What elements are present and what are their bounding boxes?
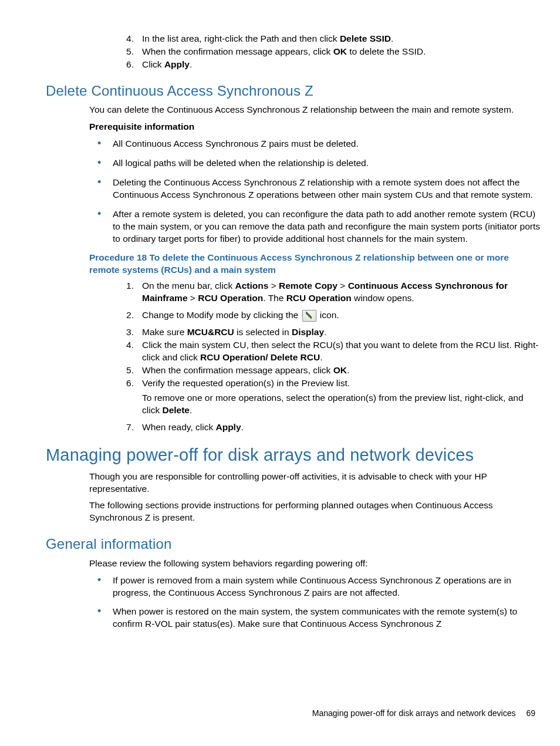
list-number: 2.	[114, 309, 142, 322]
list-item: 4. Click the main system CU, then select…	[114, 339, 540, 364]
intro-continued-list: 4. In the list area, right-click the Pat…	[46, 33, 542, 71]
list-text: Click the main system CU, then select th…	[142, 339, 540, 364]
footer-text: Managing power-off for disk arrays and n…	[312, 708, 516, 718]
list-text: When ready, click Apply.	[142, 421, 540, 434]
list-text: On the menu bar, click Actions > Remote …	[142, 280, 540, 305]
list-number: 5.	[114, 364, 142, 377]
bullet-item: •Deleting the Continuous Access Synchron…	[89, 177, 540, 201]
section-heading-poweroff: Managing power-off for disk arrays and n…	[46, 444, 542, 467]
list-number: 3.	[114, 326, 142, 339]
paragraph: Though you are responsible for controlli…	[89, 471, 540, 495]
list-number: 5.	[114, 46, 142, 58]
bullet-item: •When power is restored on the main syst…	[89, 606, 540, 630]
list-number: 6.	[114, 377, 142, 417]
list-text: Click Apply.	[142, 59, 540, 71]
list-item: 2. Change to Modify mode by clicking the…	[114, 309, 540, 322]
bullet-icon: •	[89, 208, 113, 245]
list-item: 1. On the menu bar, click Actions > Remo…	[114, 280, 540, 305]
bullet-list: •All Continuous Access Synchronous Z pai…	[89, 138, 540, 245]
list-item: 5. When the confirmation message appears…	[114, 364, 540, 377]
prereq-heading: Prerequisite information	[89, 121, 540, 133]
procedure-title: Procedure 18 To delete the Continuous Ac…	[89, 252, 540, 276]
list-item: 5. When the confirmation message appears…	[114, 46, 540, 58]
section-heading-general-info: General information	[46, 535, 542, 553]
page-number: 69	[526, 708, 535, 718]
paragraph: Please review the following system behav…	[89, 558, 540, 570]
list-item: 4. In the list area, right-click the Pat…	[114, 33, 540, 45]
bullet-icon: •	[89, 177, 113, 201]
list-item: 7. When ready, click Apply.	[114, 421, 540, 434]
bullet-icon: •	[89, 138, 113, 150]
list-number: 1.	[114, 280, 142, 305]
bullet-icon: •	[89, 157, 113, 170]
paragraph: The following sections provide instructi…	[89, 499, 540, 524]
list-text: Change to Modify mode by clicking the ic…	[142, 309, 540, 322]
list-text: When the confirmation message appears, c…	[142, 46, 540, 58]
list-number: 7.	[114, 421, 142, 434]
list-text: In the list area, right-click the Path a…	[142, 33, 540, 45]
page-footer: Managing power-off for disk arrays and n…	[312, 708, 535, 719]
document-page: 4. In the list area, right-click the Pat…	[0, 0, 560, 746]
list-item: 6. Click Apply.	[114, 59, 540, 71]
bullet-item: •All logical paths will be deleted when …	[89, 157, 540, 170]
list-text: When the confirmation message appears, c…	[142, 364, 540, 377]
modify-mode-icon	[302, 310, 316, 322]
bullet-item: •After a remote system is deleted, you c…	[89, 208, 540, 245]
list-text: Verify the requested operation(s) in the…	[142, 377, 540, 417]
list-item: 6. Verify the requested operation(s) in …	[114, 377, 540, 417]
bullet-icon: •	[89, 606, 113, 630]
list-number: 4.	[114, 339, 142, 364]
bullet-icon: •	[89, 575, 113, 599]
bullet-item: •All Continuous Access Synchronous Z pai…	[89, 138, 540, 150]
paragraph: You can delete the Continuous Access Syn…	[89, 104, 540, 116]
section-heading-delete-caz: Delete Continuous Access Synchronous Z	[46, 82, 542, 100]
list-number: 6.	[114, 59, 142, 71]
list-text: Make sure MCU&RCU is selected in Display…	[142, 326, 540, 339]
bullet-list: •If power is removed from a main system …	[89, 575, 540, 631]
list-item: 3. Make sure MCU&RCU is selected in Disp…	[114, 326, 540, 339]
list-number: 4.	[114, 33, 142, 45]
bullet-item: •If power is removed from a main system …	[89, 575, 540, 599]
